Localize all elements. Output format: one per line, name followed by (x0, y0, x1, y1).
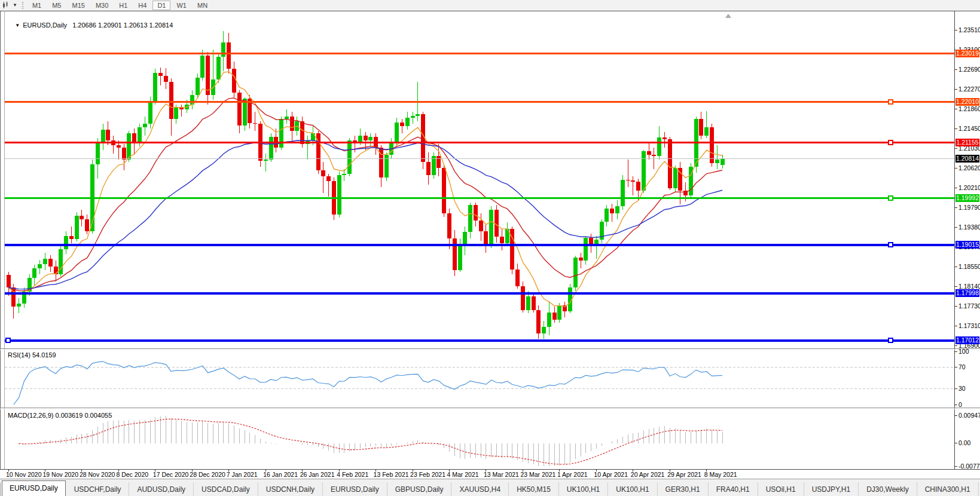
line-handle[interactable] (889, 140, 893, 145)
line-handle[interactable] (889, 338, 893, 342)
candle-body (227, 42, 231, 69)
tab-xauusd-h4-7[interactable]: XAUUSD,H4 (451, 482, 509, 496)
candle-body (673, 168, 677, 188)
tab-usdcad-daily-3[interactable]: USDCAD,Daily (194, 482, 258, 496)
timeframe-button-m30[interactable]: M30 (91, 1, 113, 10)
tab-eurusd-daily-5[interactable]: EURUSD,Daily (323, 482, 387, 496)
level-price-badge[interactable]: 1.22010 (955, 98, 979, 106)
date-axis[interactable]: 10 Nov 202019 Nov 202028 Nov 20208 Dec 2… (6, 469, 737, 478)
candle (642, 150, 646, 193)
candle (285, 109, 289, 124)
candle (101, 124, 105, 150)
candle (510, 226, 514, 274)
price-axis[interactable]: 1.235101.231001.226901.222701.218601.214… (954, 26, 980, 349)
tab-eurusd-daily-0[interactable]: EURUSD,Daily (2, 480, 66, 496)
date-label: 28 Dec 2020 (190, 471, 225, 478)
candle-body (500, 237, 504, 243)
candle-body (621, 180, 625, 207)
candle-body (101, 130, 105, 142)
candle-body (80, 216, 84, 219)
tab-usoil-h1-13[interactable]: USOil,H1 (758, 482, 804, 496)
chart-tabs-bar: EURUSD,DailyUSDCHF,DailyAUDUSD,DailyUSDC… (0, 479, 980, 496)
rsi-tick-label: 70 (958, 363, 966, 371)
tab-gbpusd-daily-6[interactable]: GBPUSD,Daily (387, 482, 452, 496)
timeframe-button-m15[interactable]: M15 (67, 1, 89, 10)
chart-type-button[interactable]: ▼ (0, 1, 20, 9)
candle-body (38, 264, 42, 268)
tab-hk50-m15-8[interactable]: HK50,M15 (509, 482, 559, 496)
candle (715, 145, 719, 169)
line-handle[interactable] (6, 338, 10, 342)
timeframe-button-mn[interactable]: MN (193, 1, 212, 10)
chart-shift-marker-icon[interactable] (725, 14, 731, 18)
horizontal-line-1.19015[interactable] (5, 243, 954, 247)
level-price-badge[interactable]: 1.17998 (955, 289, 979, 297)
candle (85, 215, 89, 235)
tab-uk100-h1-10[interactable]: UK100,H1 (608, 482, 657, 496)
chart-ohlc-values: 1.20686 1.20901 1.20613 1.20814 (72, 22, 173, 29)
candle (573, 256, 578, 290)
level-price-badge[interactable]: 1.17012 (955, 336, 979, 344)
horizontal-line-1.19992[interactable] (5, 196, 954, 200)
level-price-badge[interactable]: 1.23019 (955, 50, 979, 57)
horizontal-line-1.21155[interactable] (5, 140, 954, 145)
tab-usdcnh-daily-4[interactable]: USDCNH,Daily (258, 482, 323, 496)
candle-body (532, 296, 536, 310)
line-handle[interactable] (889, 243, 893, 247)
tab-audusd-daily-2[interactable]: AUDUSD,Daily (129, 482, 194, 496)
tab-china300-h1-16[interactable]: CHINA300,H1 (917, 482, 979, 496)
candle-body (631, 180, 635, 182)
date-label: 10 Nov 2020 (6, 471, 42, 478)
tab-usdjpy-h1-14[interactable]: USDJPY,H1 (804, 482, 859, 496)
tab-dj30-weekly-15[interactable]: DJ30,Weekly (859, 482, 917, 496)
candle (384, 152, 389, 181)
date-label: 7 Jan 2021 (227, 471, 258, 478)
chart-window[interactable]: 1.235101.231001.226901.222701.218601.214… (0, 11, 980, 479)
rsi-tick-label: 0 (958, 401, 962, 408)
chart-canvas[interactable]: 1.235101.231001.226901.222701.218601.214… (0, 11, 980, 479)
candle (552, 307, 557, 323)
timeframe-button-m5[interactable]: M5 (47, 1, 66, 10)
tab-usdchf-daily-1[interactable]: USDCHF,Daily (66, 482, 130, 496)
candle (447, 209, 451, 250)
candle (395, 118, 399, 145)
timeframe-button-h1[interactable]: H1 (114, 1, 132, 10)
line-handle[interactable] (889, 196, 893, 200)
candle (589, 234, 593, 253)
date-label: 23 Mar 2021 (520, 471, 555, 478)
candle-body (169, 82, 173, 119)
timeframe-button-m1[interactable]: M1 (28, 1, 46, 10)
current-price-badge-text: 1.20814 (956, 155, 979, 162)
timeframe-button-w1[interactable]: W1 (172, 1, 191, 10)
level-price-badge[interactable]: 1.19992 (955, 194, 979, 202)
candle (48, 255, 53, 272)
candle (411, 112, 415, 124)
candle (379, 145, 383, 187)
tab-ger30-h1-11[interactable]: GER30,H1 (658, 482, 709, 496)
line-handle[interactable] (889, 100, 893, 104)
candle (536, 305, 541, 339)
date-label: 4 Feb 2021 (337, 471, 368, 478)
macd-indicator-label: MACD(12,26,9) 0.003619 0.004055 (8, 412, 112, 419)
candle (663, 132, 667, 148)
candle-body (158, 73, 163, 76)
horizontal-line-1.22010[interactable] (5, 100, 954, 104)
candle-body (106, 130, 110, 140)
timeframe-button-d1[interactable]: D1 (152, 1, 170, 10)
price-tick-label: 1.19380 (958, 223, 980, 231)
price-tick-label: 1.17730 (958, 302, 980, 310)
candle (405, 112, 410, 130)
tab-uk100-h1-9[interactable]: UK100,H1 (559, 482, 608, 496)
candle-body (636, 182, 640, 191)
horizontal-line-1.17012[interactable] (5, 338, 954, 342)
date-label: 28 Nov 2020 (80, 471, 115, 478)
tab-fra40-h1-12[interactable]: FRA40,H1 (709, 482, 758, 496)
level-price-badge[interactable]: 1.21155 (955, 139, 979, 146)
level-price-badge[interactable]: 1.19015 (955, 241, 979, 249)
candle-body (127, 133, 131, 160)
candle (584, 236, 588, 265)
candle-body (96, 142, 100, 164)
timeframe-button-h4[interactable]: H4 (133, 1, 151, 10)
candle-body (69, 236, 74, 239)
macd-tick-label: 0.00 (958, 439, 971, 446)
